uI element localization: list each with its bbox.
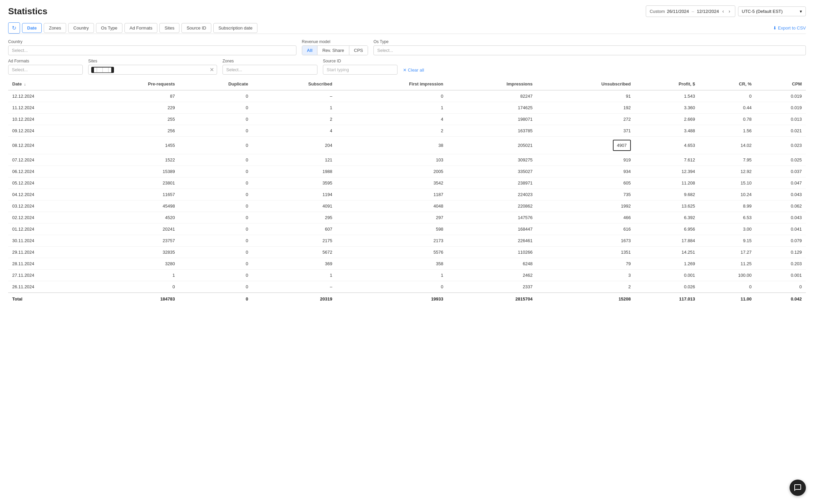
cell-profit: 7.612 xyxy=(635,154,699,166)
cell-cpm: 0.129 xyxy=(756,247,806,258)
tab-country[interactable]: Country xyxy=(68,23,94,33)
cell-unsubscribed: 192 xyxy=(537,102,635,114)
col-duplicate: Duplicate xyxy=(179,78,252,90)
cell-pre_requests: 87 xyxy=(87,90,179,102)
cell-impressions: 220862 xyxy=(447,200,537,212)
cell-first_impression: 358 xyxy=(336,258,447,270)
date-preset-label: Custom xyxy=(650,9,665,14)
tab-source-id[interactable]: Source ID xyxy=(181,23,211,33)
table-row: 01.12.20242024106075981684476166.9563.00… xyxy=(8,224,806,235)
cell-impressions: 6248 xyxy=(447,258,537,270)
cell-first_impression: 2005 xyxy=(336,166,447,177)
cell-cr: 8.99 xyxy=(699,200,756,212)
cell-profit: 12.394 xyxy=(635,166,699,177)
statistics-table: Date ↓ Pre-requests Duplicate Subscribed… xyxy=(8,78,806,305)
cell-first_impression: 297 xyxy=(336,212,447,224)
col-date[interactable]: Date ↓ xyxy=(8,78,87,90)
source-id-label: Source ID xyxy=(323,59,398,63)
cell-impressions: 174625 xyxy=(447,102,537,114)
tab-subscription-date[interactable]: Subscription date xyxy=(213,23,257,33)
cell-pre_requests: 23757 xyxy=(87,235,179,247)
os-type-select[interactable]: Select... xyxy=(373,45,806,55)
cell-profit: 9.682 xyxy=(635,189,699,200)
zones-select[interactable]: Select... xyxy=(222,65,317,75)
tab-ad-formats[interactable]: Ad Formats xyxy=(124,23,157,33)
revenue-model-group: Revenue model All Rev. Share CPS xyxy=(302,39,368,55)
date-next-button[interactable]: › xyxy=(727,8,732,15)
cell-pre_requests: 4520 xyxy=(87,212,179,224)
cell-duplicate: 0 xyxy=(179,154,252,166)
cell-profit: 1.543 xyxy=(635,90,699,102)
sites-clear-icon[interactable]: ✕ xyxy=(210,66,214,73)
table-row: 12.12.2024870–082247911.54300.019 xyxy=(8,90,806,102)
cell-unsubscribed: 466 xyxy=(537,212,635,224)
cell-cr: 9.15 xyxy=(699,235,756,247)
refresh-button[interactable]: ↻ xyxy=(8,22,20,34)
sites-label: Sites xyxy=(88,59,217,63)
cell-unsubscribed: 4907 xyxy=(537,137,635,154)
country-label: Country xyxy=(8,39,296,44)
ad-formats-select[interactable]: Select... xyxy=(8,65,83,75)
cell-subscribed: 204 xyxy=(252,137,336,154)
cell-cr: 12.92 xyxy=(699,166,756,177)
source-id-input[interactable]: Start typing xyxy=(323,65,398,75)
cell-date: 27.11.2024 xyxy=(8,270,87,281)
cell-duplicate: 0 xyxy=(179,102,252,114)
timezone-selector[interactable]: UTC-5 (Default EST) ▾ xyxy=(738,6,806,16)
cell-pre_requests: 255 xyxy=(87,114,179,125)
page-title: Statistics xyxy=(8,6,47,17)
ad-formats-filter-group: Ad Formats Select... xyxy=(8,59,83,75)
date-prev-button[interactable]: ‹ xyxy=(721,8,725,15)
cell-profit: 0.001 xyxy=(635,270,699,281)
os-type-placeholder: Select... xyxy=(377,48,393,53)
cell-impressions: 163785 xyxy=(447,125,537,137)
cell-first_impression: 4 xyxy=(336,114,447,125)
cell-duplicate: 0 xyxy=(179,247,252,258)
tab-sites[interactable]: Sites xyxy=(159,23,179,33)
cell-profit: 0.026 xyxy=(635,281,699,293)
footer-pre-requests: 184783 xyxy=(87,293,179,305)
timezone-chevron-icon: ▾ xyxy=(800,9,802,14)
export-csv-button[interactable]: ⬇ Export to CSV xyxy=(773,25,806,31)
col-subscribed: Subscribed xyxy=(252,78,336,90)
cell-cpm: 0.025 xyxy=(756,154,806,166)
tab-zones[interactable]: Zones xyxy=(44,23,66,33)
cell-cpm: 0.041 xyxy=(756,224,806,235)
table-row: 26.11.202400–0233720.02600 xyxy=(8,281,806,293)
cell-impressions: 2337 xyxy=(447,281,537,293)
revenue-revshare-button[interactable]: Rev. Share xyxy=(317,46,349,55)
clear-all-button[interactable]: ✕ Clear all xyxy=(403,67,424,75)
cell-pre_requests: 20241 xyxy=(87,224,179,235)
highlighted-unsubscribed: 4907 xyxy=(613,140,631,151)
revenue-all-button[interactable]: All xyxy=(302,46,318,55)
cell-profit: 3.488 xyxy=(635,125,699,137)
revenue-cps-button[interactable]: CPS xyxy=(349,46,368,55)
tab-os-type[interactable]: Os Type xyxy=(96,23,122,33)
footer-impressions: 2815704 xyxy=(447,293,537,305)
date-range-picker[interactable]: Custom 26/11/2024 – 12/12/2024 ‹ › xyxy=(646,5,735,17)
cell-cr: 0.44 xyxy=(699,102,756,114)
cell-subscribed: – xyxy=(252,281,336,293)
cell-duplicate: 0 xyxy=(179,90,252,102)
tab-date[interactable]: Date xyxy=(22,23,42,33)
cell-subscribed: 1 xyxy=(252,270,336,281)
cell-unsubscribed: 919 xyxy=(537,154,635,166)
col-profit: Profit, $ xyxy=(635,78,699,90)
sites-input[interactable]: ██████ ✕ xyxy=(88,65,217,75)
table-row: 06.12.20241538901988200533502793412.3941… xyxy=(8,166,806,177)
cell-first_impression: 0 xyxy=(336,90,447,102)
zones-filter-group: Zones Select... xyxy=(222,59,317,75)
country-select[interactable]: Select... xyxy=(8,45,296,55)
cell-impressions: 238971 xyxy=(447,177,537,189)
cell-cr: 0.78 xyxy=(699,114,756,125)
revenue-model-buttons: All Rev. Share CPS xyxy=(302,45,368,55)
date-start: 26/11/2024 xyxy=(667,9,689,14)
cell-unsubscribed: 735 xyxy=(537,189,635,200)
cell-subscribed: 4 xyxy=(252,125,336,137)
cell-first_impression: 0 xyxy=(336,281,447,293)
col-date-label: Date xyxy=(12,81,22,86)
cell-cpm: 0.043 xyxy=(756,189,806,200)
cell-unsubscribed: 272 xyxy=(537,114,635,125)
cell-pre_requests: 23801 xyxy=(87,177,179,189)
cell-first_impression: 3542 xyxy=(336,177,447,189)
